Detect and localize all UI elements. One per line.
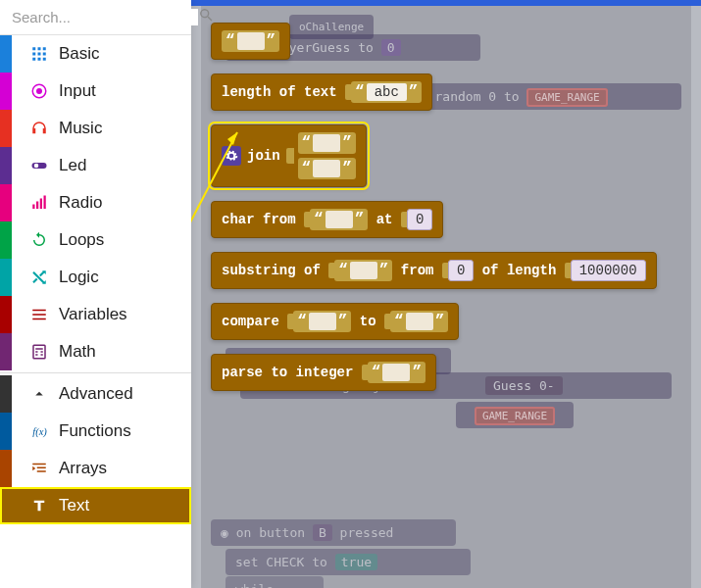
gear-icon[interactable]	[222, 146, 241, 166]
chevron-up-icon	[29, 385, 49, 403]
string-slot[interactable]: “”	[298, 132, 356, 154]
block-label: join	[247, 148, 280, 164]
svg-rect-5	[36, 202, 38, 210]
length-of-text-block[interactable]: length of text “abc”	[211, 74, 432, 111]
sidebar-item-input[interactable]: Input	[0, 73, 191, 110]
number-slot[interactable]: 0	[448, 260, 474, 281]
string-slot[interactable]: “”	[310, 209, 368, 230]
char-from-block[interactable]: char from “” at 0	[211, 201, 443, 238]
string-slot[interactable]: “”	[222, 30, 279, 52]
bg-code: ◉ on button B pressed	[211, 519, 456, 546]
block-label: char from	[222, 212, 296, 227]
sidebar-item-label: Loops	[59, 230, 104, 250]
substring-block[interactable]: substring of “” from 0 of length 1000000	[211, 252, 657, 289]
svg-rect-6	[40, 199, 42, 210]
compare-block[interactable]: compare “” to “”	[211, 303, 459, 340]
calculator-icon	[29, 343, 49, 361]
block-label: of length	[482, 263, 557, 278]
string-slot[interactable]: “”	[298, 158, 356, 179]
headphones-icon	[29, 120, 49, 137]
block-label: substring of	[222, 263, 321, 278]
sidebar-item-label: Arrays	[59, 459, 107, 478]
svg-point-3	[34, 164, 39, 169]
string-slot[interactable]: “”	[293, 311, 351, 332]
bg-code: set CHECK to true	[225, 549, 471, 575]
sidebar-item-logic[interactable]: Logic	[0, 259, 191, 296]
blocks-flyout: “” length of text “abc” join	[201, 8, 691, 406]
sidebar-item-label: Text	[59, 496, 89, 515]
separator	[0, 372, 191, 373]
workspace[interactable]: oChallenge set playerGuess to 0 set righ…	[191, 0, 701, 588]
signal-icon	[29, 194, 49, 212]
sidebar-item-functions[interactable]: f(x) Functions	[0, 413, 191, 450]
search-input[interactable]	[12, 9, 198, 25]
target-icon	[29, 82, 49, 100]
sidebar-item-label: Logic	[59, 268, 99, 287]
sidebar-item-label: Functions	[59, 421, 131, 441]
sidebar-item-label: Radio	[59, 193, 102, 213]
sidebar-item-label: Math	[59, 342, 96, 362]
sidebar-item-label: Led	[59, 156, 86, 175]
search-row	[0, 0, 191, 35]
search-icon[interactable]	[198, 7, 215, 27]
sidebar-item-label: Advanced	[59, 384, 133, 404]
sidebar-item-led[interactable]: Led	[0, 147, 191, 184]
sidebar-item-arrays[interactable]: Arrays	[0, 450, 191, 487]
sidebar-item-label: Music	[59, 119, 102, 138]
number-slot[interactable]: 1000000	[571, 260, 646, 281]
string-slot[interactable]: “”	[368, 362, 426, 383]
number-slot[interactable]: 0	[407, 209, 432, 230]
block-label: length of text	[222, 84, 337, 100]
refresh-icon	[29, 231, 49, 249]
block-label: at	[376, 212, 393, 227]
grid-icon	[29, 45, 49, 63]
text-icon	[29, 497, 49, 514]
sidebar-item-text[interactable]: Text	[0, 487, 191, 524]
shuffle-icon	[29, 269, 49, 286]
list-icon	[29, 306, 49, 323]
sidebar-item-radio[interactable]: Radio	[0, 184, 191, 221]
sidebar-item-basic[interactable]: Basic	[0, 35, 191, 73]
join-block[interactable]: join “” “”	[211, 124, 367, 187]
svg-rect-4	[32, 205, 34, 210]
block-label: to	[360, 314, 376, 329]
bg-code: GAME_RANGE	[456, 402, 574, 428]
function-icon: f(x)	[29, 422, 49, 440]
svg-point-1	[37, 89, 42, 94]
sidebar: Basic Input Music Led	[0, 0, 191, 588]
top-bar	[191, 0, 701, 6]
sidebar-item-advanced[interactable]: Advanced	[0, 375, 191, 413]
empty-string-block[interactable]: “”	[211, 23, 290, 60]
sidebar-item-label: Input	[59, 81, 96, 101]
sidebar-item-label: Basic	[59, 44, 100, 64]
bg-code: while	[225, 576, 324, 588]
svg-rect-8	[33, 345, 45, 359]
sidebar-item-music[interactable]: Music	[0, 110, 191, 147]
block-label: from	[401, 263, 434, 278]
string-slot[interactable]: “abc”	[351, 81, 422, 103]
sidebar-item-variables[interactable]: Variables	[0, 296, 191, 333]
parse-to-integer-block[interactable]: parse to integer “”	[211, 354, 436, 391]
block-label: parse to integer	[222, 365, 353, 380]
svg-rect-7	[44, 196, 46, 210]
string-slot[interactable]: “”	[334, 260, 392, 281]
block-label: compare	[222, 314, 279, 329]
sidebar-item-label: Variables	[59, 305, 127, 324]
indent-icon	[29, 460, 49, 477]
svg-text:f(x): f(x)	[32, 426, 47, 438]
sidebar-item-math[interactable]: Math	[0, 333, 191, 370]
toggle-icon	[29, 157, 49, 174]
sidebar-item-loops[interactable]: Loops	[0, 221, 191, 259]
string-slot[interactable]: “”	[390, 311, 448, 332]
